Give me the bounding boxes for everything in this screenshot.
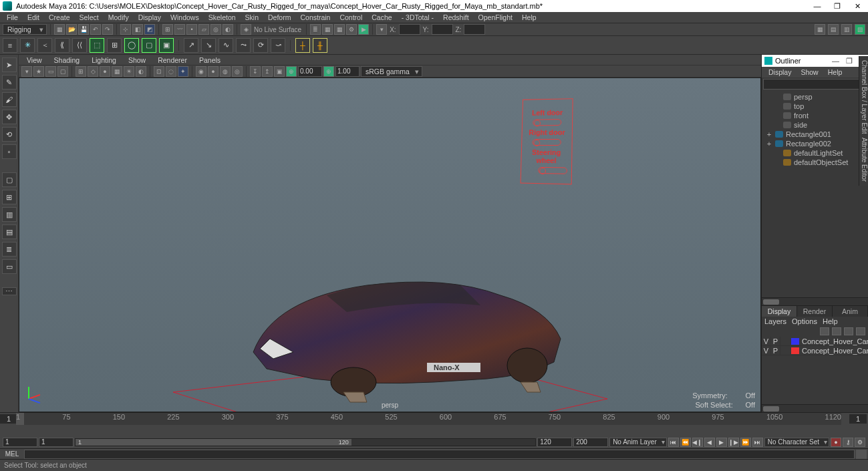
layer-row-1[interactable]: V P Concept_Hover_Car_Rusty_ <box>762 337 868 346</box>
shelf-btn-4[interactable]: ⟨⟨ <box>72 38 87 53</box>
symmetry-value[interactable]: Off <box>746 391 755 400</box>
layer-playback-toggle[interactable]: P <box>771 337 780 346</box>
snap-live-button[interactable]: ◎ <box>210 24 221 35</box>
move-tool[interactable]: ✥ <box>2 110 17 124</box>
step-forward-key-button[interactable]: ⏩ <box>740 438 751 447</box>
shelf-btn-11[interactable]: ↘ <box>201 38 216 53</box>
lasso-tool[interactable]: ✎ <box>2 75 17 90</box>
panel-isolate-button[interactable]: ⊡ <box>154 66 164 77</box>
range-out-field[interactable]: 120 <box>537 438 572 447</box>
layer-tab-display[interactable]: Display <box>762 306 797 317</box>
open-scene-button[interactable]: 📂 <box>66 24 77 35</box>
channelbox-tab[interactable]: Channel Box / Layer Editor <box>859 56 868 144</box>
menu-control[interactable]: Control <box>335 13 366 22</box>
menu-constrain[interactable]: Constrain <box>296 13 334 22</box>
set-key-button[interactable]: ⚷ <box>843 438 853 447</box>
construction-history-button[interactable]: ≣ <box>310 24 321 35</box>
sel-hierarchy-button[interactable]: ⊹ <box>120 24 131 35</box>
shelf-btn-9[interactable]: ▣ <box>159 38 174 53</box>
snap-view-button[interactable]: ◐ <box>223 24 233 35</box>
outliner-node-objectset[interactable]: defaultObjectSet <box>762 158 868 167</box>
close-button[interactable]: ✕ <box>853 2 861 11</box>
outliner-node-rectangle001[interactable]: +Rectangle001 <box>762 130 868 139</box>
render-settings-button[interactable]: ⚙ <box>346 24 357 35</box>
outliner-max-button[interactable]: ❐ <box>846 57 853 65</box>
shelf-btn-2[interactable]: ＜ <box>37 38 52 53</box>
menu-windows[interactable]: Windows <box>166 13 203 22</box>
panel-highquality-button[interactable]: ◉ <box>196 66 206 77</box>
layer-moveup-button[interactable] <box>820 327 829 335</box>
auto-key-button[interactable]: ● <box>831 438 841 447</box>
play-back-button[interactable]: ◀ <box>704 438 715 447</box>
layer-row-2[interactable]: V P Concept_Hover_Car_Rusty_ <box>762 346 868 355</box>
redo-button[interactable]: ↷ <box>102 24 113 35</box>
render-view-button[interactable]: ▶ <box>358 24 369 35</box>
viewport[interactable]: Nano-X Left door Right door Steering whe… <box>19 77 761 412</box>
layer-name[interactable]: Concept_Hover_Car_Rusty_ <box>801 347 868 355</box>
range-bar[interactable]: 1120 <box>76 439 351 446</box>
layer-color-swatch[interactable] <box>791 347 799 354</box>
time-slider[interactable]: 1 1 175150225300375450525600675750825900… <box>0 412 868 436</box>
layout-four-button[interactable]: ⊞ <box>2 190 17 204</box>
menu-openflight[interactable]: OpenFlight <box>474 13 517 22</box>
layer-playback-toggle[interactable]: P <box>771 346 780 355</box>
menu-skeleton[interactable]: Skeleton <box>204 13 240 22</box>
panel-menu-show[interactable]: Show <box>123 55 151 65</box>
panel-menu-shading[interactable]: Shading <box>49 55 86 65</box>
shelf-tab-handle[interactable]: ≡ <box>3 38 17 53</box>
maximize-button[interactable]: ❐ <box>833 2 841 11</box>
layout-script-button[interactable]: ▭ <box>2 259 17 274</box>
input-mode-button[interactable]: ▾ <box>376 24 387 35</box>
menu-3dtotal[interactable]: - 3DTotal - <box>398 13 438 22</box>
workspace-combo[interactable]: Rigging <box>3 24 47 35</box>
layer-scroll-h[interactable] <box>762 404 868 412</box>
layer-new-selected-button[interactable] <box>856 327 865 335</box>
panel-gamma-lock-button[interactable]: ↥ <box>262 66 273 77</box>
layer-color-swatch[interactable] <box>791 338 799 345</box>
layout-custom-button[interactable]: ⋯ <box>2 287 17 295</box>
shelf-btn-17[interactable]: ╫ <box>313 38 327 53</box>
select-tool[interactable]: ➤ <box>2 57 17 72</box>
snap-grid-button[interactable]: ⊞ <box>162 24 173 35</box>
shelf-btn-12[interactable]: ∿ <box>219 38 233 53</box>
panel-menu-view[interactable]: View <box>21 55 47 65</box>
panel-film-gate-button[interactable]: ▢ <box>57 66 68 77</box>
panel-image-plane-button[interactable]: ▭ <box>45 66 56 77</box>
panel-xray-joints-button[interactable]: ✦ <box>178 66 188 77</box>
step-back-button[interactable]: ◀❙ <box>692 438 703 447</box>
menu-cache[interactable]: Cache <box>368 13 396 22</box>
panel-bookmark-button[interactable]: ★ <box>33 66 44 77</box>
step-forward-button[interactable]: ❙▶ <box>728 438 739 447</box>
panel-shaded-button[interactable]: ● <box>100 66 110 77</box>
outliner-node-lightset[interactable]: defaultLightSet <box>762 148 868 158</box>
shelf-btn-7[interactable]: ◯ <box>124 38 139 53</box>
goto-end-button[interactable]: ⏭ <box>752 438 763 447</box>
menu-file[interactable]: File <box>3 13 22 22</box>
range-end-field[interactable]: 200 <box>573 438 608 447</box>
step-back-key-button[interactable]: ⏪ <box>680 438 691 447</box>
panel-texture-button[interactable]: ▦ <box>112 66 122 77</box>
outliner-search-field[interactable] <box>763 79 867 90</box>
menu-redshift[interactable]: Redshift <box>439 13 473 22</box>
play-forward-button[interactable]: ▶ <box>716 438 727 447</box>
menu-create[interactable]: Create <box>45 13 74 22</box>
shelf-btn-3[interactable]: ⟪ <box>55 38 69 53</box>
sel-object-button[interactable]: ◧ <box>132 24 143 35</box>
shelf-btn-14[interactable]: ⟳ <box>253 38 268 53</box>
range-slider[interactable]: 1120 <box>75 438 536 446</box>
render-button[interactable]: ▦ <box>322 24 333 35</box>
toggle-channelbox-button[interactable]: ▤ <box>828 24 839 35</box>
layout-single-button[interactable]: ▢ <box>2 172 17 187</box>
panel-menu-lighting[interactable]: Lighting <box>86 55 122 65</box>
panel-gamma-field[interactable]: 1.00 <box>335 66 359 77</box>
command-result-button[interactable] <box>856 450 867 459</box>
panel-view-transform-button[interactable]: ▣ <box>274 66 285 77</box>
panel-grid-button[interactable]: ⊞ <box>76 66 86 77</box>
attribute-editor-tab[interactable]: Attribute Editor <box>859 134 868 186</box>
outliner-node-persp[interactable]: persp <box>762 92 868 102</box>
panel-xray-button[interactable]: ◌ <box>166 66 176 77</box>
panel-multisample-button[interactable]: ◎ <box>232 66 243 77</box>
menu-help[interactable]: Help <box>518 13 541 22</box>
panel-gamma-toggle[interactable]: ⊕ <box>323 66 334 77</box>
layer-menu-layers[interactable]: Layers <box>764 317 786 325</box>
